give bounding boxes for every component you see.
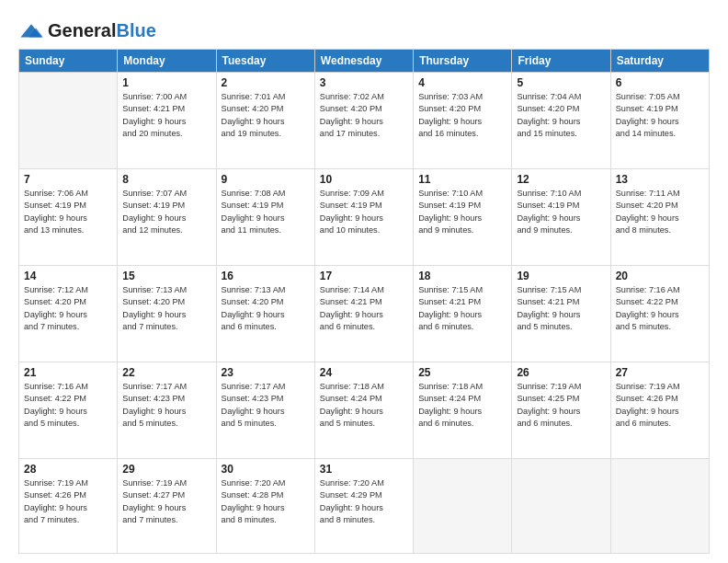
day-info: Sunrise: 7:07 AM Sunset: 4:19 PM Dayligh… (122, 188, 210, 236)
day-number: 8 (122, 173, 210, 186)
day-info: Sunrise: 7:18 AM Sunset: 4:24 PM Dayligh… (320, 381, 408, 430)
day-number: 31 (320, 463, 408, 476)
calendar-cell: 18Sunrise: 7:15 AM Sunset: 4:21 PM Dayli… (414, 266, 512, 362)
logo-general: General (48, 20, 116, 40)
logo-blue: Blue (116, 20, 155, 40)
day-info: Sunrise: 7:10 AM Sunset: 4:19 PM Dayligh… (517, 188, 605, 236)
day-number: 13 (616, 173, 704, 186)
calendar-cell: 1Sunrise: 7:00 AM Sunset: 4:21 PM Daylig… (118, 73, 216, 169)
page: GeneralBlue SundayMondayTuesdayWednesday… (0, 0, 728, 563)
calendar-week-row: 7Sunrise: 7:06 AM Sunset: 4:19 PM Daylig… (19, 169, 710, 266)
calendar-cell: 25Sunrise: 7:18 AM Sunset: 4:24 PM Dayli… (414, 362, 512, 459)
calendar-cell: 4Sunrise: 7:03 AM Sunset: 4:20 PM Daylig… (414, 73, 512, 169)
day-info: Sunrise: 7:16 AM Sunset: 4:22 PM Dayligh… (616, 284, 704, 333)
calendar-cell: 2Sunrise: 7:01 AM Sunset: 4:20 PM Daylig… (216, 73, 314, 169)
day-info: Sunrise: 7:02 AM Sunset: 4:20 PM Dayligh… (320, 91, 408, 140)
calendar-cell: 8Sunrise: 7:07 AM Sunset: 4:19 PM Daylig… (118, 169, 216, 266)
day-info: Sunrise: 7:11 AM Sunset: 4:20 PM Dayligh… (616, 188, 704, 236)
day-number: 21 (24, 366, 112, 379)
calendar-week-row: 21Sunrise: 7:16 AM Sunset: 4:22 PM Dayli… (19, 362, 710, 459)
day-info: Sunrise: 7:19 AM Sunset: 4:25 PM Dayligh… (517, 381, 605, 430)
day-info: Sunrise: 7:19 AM Sunset: 4:26 PM Dayligh… (24, 477, 112, 526)
day-number: 19 (517, 270, 605, 282)
calendar-cell: 13Sunrise: 7:11 AM Sunset: 4:20 PM Dayli… (610, 169, 709, 266)
day-number: 14 (24, 270, 112, 282)
day-number: 9 (222, 173, 310, 186)
calendar-table: SundayMondayTuesdayWednesdayThursdayFrid… (18, 49, 710, 554)
day-header-thursday: Thursday (414, 50, 512, 73)
calendar-cell (414, 459, 512, 554)
day-info: Sunrise: 7:13 AM Sunset: 4:20 PM Dayligh… (222, 284, 310, 333)
day-number: 1 (122, 76, 210, 89)
day-info: Sunrise: 7:20 AM Sunset: 4:28 PM Dayligh… (222, 477, 310, 526)
day-number: 23 (222, 366, 310, 379)
day-number: 11 (418, 173, 506, 186)
calendar-cell: 3Sunrise: 7:02 AM Sunset: 4:20 PM Daylig… (314, 73, 413, 169)
calendar-cell: 27Sunrise: 7:19 AM Sunset: 4:26 PM Dayli… (610, 362, 709, 459)
calendar-cell: 23Sunrise: 7:17 AM Sunset: 4:23 PM Dayli… (216, 362, 314, 459)
day-number: 26 (517, 366, 605, 379)
day-info: Sunrise: 7:13 AM Sunset: 4:20 PM Dayligh… (122, 284, 210, 333)
day-info: Sunrise: 7:06 AM Sunset: 4:19 PM Dayligh… (24, 188, 112, 236)
day-header-friday: Friday (512, 50, 610, 73)
day-number: 6 (616, 76, 704, 89)
calendar-cell (512, 459, 610, 554)
calendar-week-row: 14Sunrise: 7:12 AM Sunset: 4:20 PM Dayli… (19, 266, 710, 362)
day-number: 5 (517, 76, 605, 89)
day-number: 24 (320, 366, 408, 379)
day-info: Sunrise: 7:01 AM Sunset: 4:20 PM Dayligh… (222, 91, 310, 140)
day-number: 2 (222, 76, 310, 89)
day-info: Sunrise: 7:19 AM Sunset: 4:27 PM Dayligh… (122, 477, 210, 526)
day-info: Sunrise: 7:17 AM Sunset: 4:23 PM Dayligh… (122, 381, 210, 430)
day-number: 12 (517, 173, 605, 186)
calendar-cell: 19Sunrise: 7:15 AM Sunset: 4:21 PM Dayli… (512, 266, 610, 362)
day-number: 16 (222, 270, 310, 282)
calendar-cell: 5Sunrise: 7:04 AM Sunset: 4:20 PM Daylig… (512, 73, 610, 169)
calendar-cell: 7Sunrise: 7:06 AM Sunset: 4:19 PM Daylig… (19, 169, 118, 266)
day-number: 3 (320, 76, 408, 89)
day-number: 25 (418, 366, 506, 379)
day-info: Sunrise: 7:12 AM Sunset: 4:20 PM Dayligh… (24, 284, 112, 333)
day-header-monday: Monday (118, 50, 216, 73)
day-number: 17 (320, 270, 408, 282)
calendar-cell: 31Sunrise: 7:20 AM Sunset: 4:29 PM Dayli… (314, 459, 413, 554)
day-number: 28 (24, 463, 112, 476)
calendar-cell: 28Sunrise: 7:19 AM Sunset: 4:26 PM Dayli… (19, 459, 118, 554)
calendar-cell: 21Sunrise: 7:16 AM Sunset: 4:22 PM Dayli… (19, 362, 118, 459)
day-info: Sunrise: 7:04 AM Sunset: 4:20 PM Dayligh… (517, 91, 605, 140)
day-number: 10 (320, 173, 408, 186)
calendar-cell: 6Sunrise: 7:05 AM Sunset: 4:19 PM Daylig… (610, 73, 709, 169)
day-info: Sunrise: 7:17 AM Sunset: 4:23 PM Dayligh… (222, 381, 310, 430)
day-number: 29 (122, 463, 210, 476)
calendar-cell (19, 73, 118, 169)
day-info: Sunrise: 7:19 AM Sunset: 4:26 PM Dayligh… (616, 381, 704, 430)
day-header-wednesday: Wednesday (314, 50, 413, 73)
calendar-cell (610, 459, 709, 554)
day-number: 27 (616, 366, 704, 379)
calendar-cell: 16Sunrise: 7:13 AM Sunset: 4:20 PM Dayli… (216, 266, 314, 362)
day-info: Sunrise: 7:16 AM Sunset: 4:22 PM Dayligh… (24, 381, 112, 430)
calendar-cell: 20Sunrise: 7:16 AM Sunset: 4:22 PM Dayli… (610, 266, 709, 362)
day-header-tuesday: Tuesday (216, 50, 314, 73)
calendar-cell: 10Sunrise: 7:09 AM Sunset: 4:19 PM Dayli… (314, 169, 413, 266)
calendar-cell: 22Sunrise: 7:17 AM Sunset: 4:23 PM Dayli… (118, 362, 216, 459)
day-info: Sunrise: 7:08 AM Sunset: 4:19 PM Dayligh… (222, 188, 310, 236)
header: GeneralBlue (18, 17, 710, 41)
calendar-cell: 11Sunrise: 7:10 AM Sunset: 4:19 PM Dayli… (414, 169, 512, 266)
logo: GeneralBlue (18, 20, 156, 41)
day-number: 15 (122, 270, 210, 282)
day-info: Sunrise: 7:05 AM Sunset: 4:19 PM Dayligh… (616, 91, 704, 140)
day-number: 4 (418, 76, 506, 89)
day-header-sunday: Sunday (19, 50, 118, 73)
day-info: Sunrise: 7:00 AM Sunset: 4:21 PM Dayligh… (122, 91, 210, 140)
calendar-cell: 9Sunrise: 7:08 AM Sunset: 4:19 PM Daylig… (216, 169, 314, 266)
day-header-saturday: Saturday (610, 50, 709, 73)
calendar-cell: 12Sunrise: 7:10 AM Sunset: 4:19 PM Dayli… (512, 169, 610, 266)
day-info: Sunrise: 7:20 AM Sunset: 4:29 PM Dayligh… (320, 477, 408, 526)
calendar-cell: 24Sunrise: 7:18 AM Sunset: 4:24 PM Dayli… (314, 362, 413, 459)
calendar-cell: 15Sunrise: 7:13 AM Sunset: 4:20 PM Dayli… (118, 266, 216, 362)
day-info: Sunrise: 7:15 AM Sunset: 4:21 PM Dayligh… (517, 284, 605, 333)
day-number: 30 (222, 463, 310, 476)
day-info: Sunrise: 7:03 AM Sunset: 4:20 PM Dayligh… (418, 91, 506, 140)
day-info: Sunrise: 7:18 AM Sunset: 4:24 PM Dayligh… (418, 381, 506, 430)
